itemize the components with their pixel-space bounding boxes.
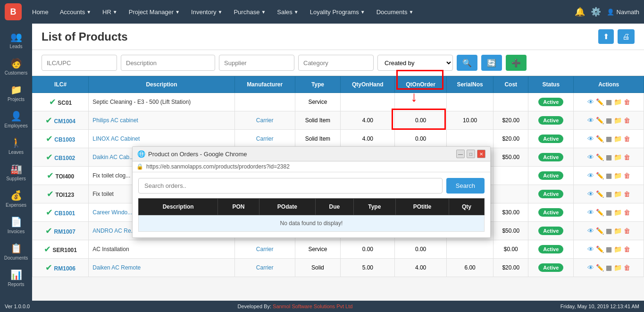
barcode-icon[interactable]: ▦ bbox=[606, 190, 612, 198]
delete-icon[interactable]: 🗑 bbox=[624, 227, 630, 235]
ilc-link[interactable]: TOI400 bbox=[55, 173, 74, 180]
view-icon[interactable]: 👁 bbox=[587, 245, 594, 253]
view-icon[interactable]: 👁 bbox=[587, 135, 594, 143]
sidebar-item-invoices[interactable]: 📄 Invoices bbox=[0, 212, 32, 238]
edit-icon[interactable]: ✏️ bbox=[596, 172, 604, 179]
modal-search-input[interactable] bbox=[138, 178, 443, 194]
delete-icon[interactable]: 🗑 bbox=[624, 172, 630, 179]
view-icon[interactable]: 👁 bbox=[587, 153, 594, 161]
barcode-icon[interactable]: ▦ bbox=[606, 264, 612, 271]
modal-search-button[interactable]: Search bbox=[446, 178, 485, 194]
ilc-link[interactable]: CB1002 bbox=[54, 155, 75, 161]
nav-purchase[interactable]: Purchase▼ bbox=[229, 6, 270, 18]
cell-qty-on-order[interactable]: 0.00 bbox=[395, 111, 447, 130]
barcode-icon[interactable]: ▦ bbox=[606, 117, 612, 124]
nav-inventory[interactable]: Inventory▼ bbox=[186, 6, 227, 18]
edit-icon[interactable]: ✏️ bbox=[596, 117, 604, 124]
print-button[interactable]: 🖨 bbox=[618, 29, 635, 44]
barcode-icon[interactable]: ▦ bbox=[606, 245, 612, 253]
barcode-icon[interactable]: ▦ bbox=[606, 209, 612, 216]
sidebar-item-suppliers[interactable]: 🏭 Suppliers bbox=[0, 160, 32, 185]
folder-icon[interactable]: 📁 bbox=[614, 117, 622, 124]
ilc-link[interactable]: SC01 bbox=[58, 100, 72, 106]
edit-icon[interactable]: ✏️ bbox=[596, 98, 604, 106]
modal-minimize-button[interactable]: — bbox=[456, 150, 465, 158]
edit-icon[interactable]: ✏️ bbox=[596, 245, 604, 253]
sidebar-item-projects[interactable]: 📁 Projects bbox=[0, 80, 32, 106]
refresh-button[interactable]: 🔄 bbox=[481, 55, 502, 71]
delete-icon[interactable]: 🗑 bbox=[624, 190, 630, 198]
edit-icon[interactable]: ✏️ bbox=[596, 135, 604, 143]
view-icon[interactable]: 👁 bbox=[587, 172, 594, 179]
ilc-link[interactable]: RM1006 bbox=[54, 265, 75, 272]
cell-qty-on-order[interactable]: 0.00 bbox=[395, 130, 447, 148]
view-icon[interactable]: 👁 bbox=[587, 190, 594, 198]
add-product-button[interactable]: ➕ bbox=[506, 55, 527, 71]
delete-icon[interactable]: 🗑 bbox=[624, 245, 630, 253]
folder-icon[interactable]: 📁 bbox=[614, 172, 622, 179]
folder-icon[interactable]: 📁 bbox=[614, 245, 622, 253]
edit-icon[interactable]: ✏️ bbox=[596, 209, 604, 216]
folder-icon[interactable]: 📁 bbox=[614, 227, 622, 235]
view-icon[interactable]: 👁 bbox=[587, 264, 594, 271]
folder-icon[interactable]: 📁 bbox=[614, 264, 622, 271]
ilc-filter-input[interactable] bbox=[42, 55, 117, 71]
user-menu[interactable]: 👤 Navnath bbox=[607, 8, 639, 16]
folder-icon[interactable]: 📁 bbox=[614, 135, 622, 143]
sidebar-item-documents[interactable]: 📋 Documents bbox=[0, 239, 32, 264]
ilc-link[interactable]: CB1003 bbox=[54, 136, 75, 143]
delete-icon[interactable]: 🗑 bbox=[624, 117, 630, 124]
barcode-icon[interactable]: ▦ bbox=[606, 135, 612, 143]
modal-maximize-button[interactable]: □ bbox=[467, 150, 475, 158]
supplier-filter-input[interactable] bbox=[219, 55, 294, 71]
nav-project-manager[interactable]: Project Manager▼ bbox=[124, 6, 184, 18]
view-icon[interactable]: 👁 bbox=[587, 98, 594, 106]
nav-hr[interactable]: HR▼ bbox=[98, 6, 122, 18]
nav-home[interactable]: Home bbox=[27, 6, 53, 18]
cell-qty-on-order[interactable]: 0.00 bbox=[395, 240, 447, 259]
cell-qty-on-order[interactable] bbox=[395, 93, 447, 111]
ilc-link[interactable]: TOI123 bbox=[55, 192, 74, 198]
edit-icon[interactable]: ✏️ bbox=[596, 153, 604, 161]
view-icon[interactable]: 👁 bbox=[587, 209, 594, 216]
view-icon[interactable]: 👁 bbox=[587, 227, 594, 235]
view-icon[interactable]: 👁 bbox=[587, 117, 594, 124]
ilc-link[interactable]: RM1007 bbox=[54, 228, 75, 235]
sidebar-item-employees[interactable]: 👤 Employees bbox=[0, 107, 32, 132]
edit-icon[interactable]: ✏️ bbox=[596, 227, 604, 235]
modal-close-button[interactable]: ✕ bbox=[477, 150, 485, 158]
delete-icon[interactable]: 🗑 bbox=[624, 209, 630, 216]
folder-icon[interactable]: 📁 bbox=[614, 98, 622, 106]
ilc-link[interactable]: SER1001 bbox=[53, 247, 77, 253]
export-button[interactable]: ⬆ bbox=[598, 29, 614, 44]
nav-accounts[interactable]: Accounts▼ bbox=[55, 6, 96, 18]
nav-documents[interactable]: Documents▼ bbox=[372, 6, 418, 18]
delete-icon[interactable]: 🗑 bbox=[624, 135, 630, 143]
delete-icon[interactable]: 🗑 bbox=[624, 153, 630, 161]
sidebar-item-expenses[interactable]: 💰 Expenses bbox=[0, 186, 32, 211]
nav-loyalty[interactable]: Loyality Programs▼ bbox=[305, 6, 370, 18]
barcode-icon[interactable]: ▦ bbox=[606, 172, 612, 179]
nav-sales[interactable]: Sales▼ bbox=[272, 6, 303, 18]
barcode-icon[interactable]: ▦ bbox=[606, 98, 612, 106]
folder-icon[interactable]: 📁 bbox=[614, 190, 622, 198]
settings-icon[interactable]: ⚙️ bbox=[591, 7, 601, 17]
search-filter-button[interactable]: 🔍 bbox=[457, 55, 477, 71]
sidebar-item-leads[interactable]: 👥 Leads bbox=[0, 27, 32, 53]
edit-icon[interactable]: ✏️ bbox=[596, 264, 604, 271]
created-by-select[interactable]: Created by bbox=[377, 55, 453, 71]
category-filter-input[interactable] bbox=[298, 55, 374, 71]
sidebar-item-customers[interactable]: 🧑 Customers bbox=[0, 54, 32, 79]
ilc-link[interactable]: CM1004 bbox=[54, 118, 75, 125]
cell-qty-on-order[interactable]: 4.00 bbox=[395, 259, 447, 277]
folder-icon[interactable]: 📁 bbox=[614, 209, 622, 216]
barcode-icon[interactable]: ▦ bbox=[606, 227, 612, 235]
folder-icon[interactable]: 📁 bbox=[614, 153, 622, 161]
edit-icon[interactable]: ✏️ bbox=[596, 190, 604, 198]
description-filter-input[interactable] bbox=[121, 55, 215, 71]
notifications-icon[interactable]: 🔔 bbox=[575, 7, 585, 17]
barcode-icon[interactable]: ▦ bbox=[606, 153, 612, 161]
delete-icon[interactable]: 🗑 bbox=[624, 98, 630, 106]
sidebar-item-reports[interactable]: 📊 Reports bbox=[0, 265, 32, 291]
ilc-link[interactable]: CB1001 bbox=[54, 210, 75, 217]
